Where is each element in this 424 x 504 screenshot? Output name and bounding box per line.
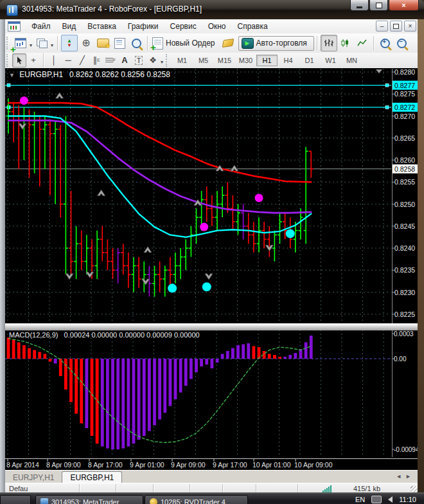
favorites-button[interactable]: ★ xyxy=(94,35,111,51)
mdi-close-button[interactable]: × xyxy=(404,21,416,32)
candlestick-icon xyxy=(340,39,351,48)
close-button[interactable]: × xyxy=(389,0,419,11)
menu-charts[interactable]: Графики xyxy=(122,20,164,33)
menu-insert[interactable]: Вставка xyxy=(82,20,122,33)
taskbar-button-label: 3014953: MetaTrader xyxy=(51,498,119,504)
timeframe-m5[interactable]: M5 xyxy=(193,55,214,66)
crosshair-tool-button[interactable]: + xyxy=(26,53,40,68)
order-doc-icon: + xyxy=(152,37,163,50)
toolbar-separator xyxy=(147,36,148,50)
plus-icon: + xyxy=(150,44,157,51)
menu-file[interactable]: Файл xyxy=(26,20,57,33)
zoom-out-button[interactable]: − xyxy=(394,35,411,51)
toolbar-grip[interactable] xyxy=(6,54,10,67)
menu-help[interactable]: Справка xyxy=(232,20,274,33)
minimize-icon xyxy=(357,6,362,8)
trendline-tool[interactable]: ╱ xyxy=(75,53,89,68)
taskbar-metatrader-button[interactable]: 3014953: MetaTrader xyxy=(35,495,143,504)
toolbar-grip[interactable] xyxy=(6,37,10,50)
text-label-tool[interactable]: T xyxy=(132,53,146,68)
bar-chart-icon xyxy=(324,39,334,48)
toolbar-separator xyxy=(373,36,375,50)
candlestick-style-button[interactable] xyxy=(337,35,354,51)
timeframe-m30[interactable]: M30 xyxy=(235,55,256,66)
timeframe-d1[interactable]: D1 xyxy=(299,55,320,66)
crosshair-circle-icon: ⊕ xyxy=(82,38,90,48)
timeframe-h1[interactable]: H1 xyxy=(256,55,278,66)
tab-eurjpy-h1[interactable]: EURJPY,H1 xyxy=(5,472,62,483)
chart-canvas[interactable] xyxy=(5,68,392,323)
status-separator xyxy=(222,484,224,493)
toolbar-grip[interactable] xyxy=(166,54,169,67)
text-tool[interactable]: A xyxy=(118,53,132,68)
restore-button[interactable] xyxy=(369,0,388,11)
cursor-icon xyxy=(16,56,23,64)
fibonacci-tool[interactable]: F xyxy=(103,53,118,68)
menu-view[interactable]: Вид xyxy=(57,20,82,33)
mdi-restore-button[interactable] xyxy=(390,21,402,32)
text-icon: A xyxy=(121,55,127,65)
auto-trading-label: Авто-торговля xyxy=(256,39,307,48)
line-chart-style-button[interactable] xyxy=(354,35,371,51)
window-right-border xyxy=(418,19,424,494)
mdi-window-controls: – × xyxy=(374,21,416,32)
macd-canvas[interactable] xyxy=(5,330,392,457)
timeframe-m1[interactable]: M1 xyxy=(172,55,193,66)
minimize-button[interactable] xyxy=(350,0,369,11)
chevron-down-icon[interactable]: ▾ xyxy=(30,42,32,48)
timeframe-h4[interactable]: H4 xyxy=(278,55,299,66)
status-separator xyxy=(256,484,257,493)
speaker-icon[interactable] xyxy=(388,496,393,503)
menu-bar: Файл Вид Вставка Графики Сервис Окно Спр… xyxy=(5,19,419,34)
trendline-icon: ╱ xyxy=(80,55,85,65)
vertical-line-icon: │ xyxy=(51,55,57,65)
cursor-tool-button[interactable] xyxy=(12,53,26,68)
data-window-button[interactable] xyxy=(111,35,128,51)
crosshair-icon: + xyxy=(31,55,36,65)
language-indicator[interactable]: EN xyxy=(355,496,365,503)
os-taskbar: 3014953: MetaTrader 10285: RVDTrader 4 E… xyxy=(0,494,424,504)
toolbar-separator xyxy=(57,36,58,50)
new-chart-button[interactable]: + xyxy=(12,35,29,51)
window-titlebar[interactable]: 3014953: MetaTrader 4 - RoboForex - [EUR… xyxy=(0,0,424,19)
auto-scroll-button[interactable]: ⊕ xyxy=(78,35,94,51)
mdi-restore-icon xyxy=(393,24,399,29)
channel-tool[interactable]: ∥E xyxy=(89,53,103,68)
time-axis[interactable] xyxy=(5,458,418,470)
new-order-button[interactable]: + Новый Ордер xyxy=(151,36,220,51)
horizontal-line-tool[interactable]: ─ xyxy=(61,53,75,68)
standard-toolbar: + ▾ ▾ ▲▼ ⊕ ★ + Новый Ордер ▶ Авто-торгов… xyxy=(5,33,419,53)
mdi-minimize-button[interactable]: – xyxy=(376,21,388,32)
taskbar-fragment[interactable] xyxy=(0,495,31,504)
timeframe-mn[interactable]: MN xyxy=(341,55,362,66)
window-controls: × xyxy=(349,0,419,11)
keyboard-icon[interactable] xyxy=(371,496,382,503)
status-profile[interactable]: Defau xyxy=(9,485,66,492)
status-separator xyxy=(116,484,117,493)
menu-service[interactable]: Сервис xyxy=(164,20,202,33)
timeframe-w1[interactable]: W1 xyxy=(320,55,341,66)
bar-chart-style-button[interactable] xyxy=(321,35,337,51)
zoom-in-button[interactable]: + xyxy=(377,35,394,51)
connection-bars-icon xyxy=(322,485,331,492)
magnifier-chart-icon xyxy=(132,39,141,48)
taskbar-rvdtrader-button[interactable]: 10285: RVDTrader 4 xyxy=(145,495,248,504)
profiles-button[interactable] xyxy=(33,35,50,51)
chart-shift-toggle[interactable]: ▲▼ xyxy=(61,35,78,51)
chevron-down-icon[interactable]: ▾ xyxy=(51,42,53,48)
arrows-tool[interactable]: ❖ xyxy=(146,53,160,68)
tab-eurgbp-h1[interactable]: EURGBP,H1 xyxy=(62,471,122,483)
chart-tabs-bar: EURJPY,H1 EURGBP,H1 ◄► xyxy=(5,470,419,483)
price-axis[interactable] xyxy=(392,68,418,458)
auto-trading-button[interactable]: ▶ Авто-торговля xyxy=(238,36,314,51)
app-icon xyxy=(6,4,18,16)
tab-scroll-arrows[interactable]: ◄► xyxy=(396,473,415,480)
metaeditor-icon[interactable] xyxy=(222,39,234,48)
chevron-down-icon[interactable]: ▾ xyxy=(161,59,163,65)
menu-window[interactable]: Окно xyxy=(202,20,232,33)
shift-arrows-icon: ▲▼ xyxy=(64,38,75,48)
strategy-tester-button[interactable] xyxy=(128,35,145,51)
taskbar-clock[interactable]: 11:10 xyxy=(399,496,416,503)
vertical-line-tool[interactable]: │ xyxy=(47,53,61,68)
timeframe-m15[interactable]: M15 xyxy=(214,55,235,66)
